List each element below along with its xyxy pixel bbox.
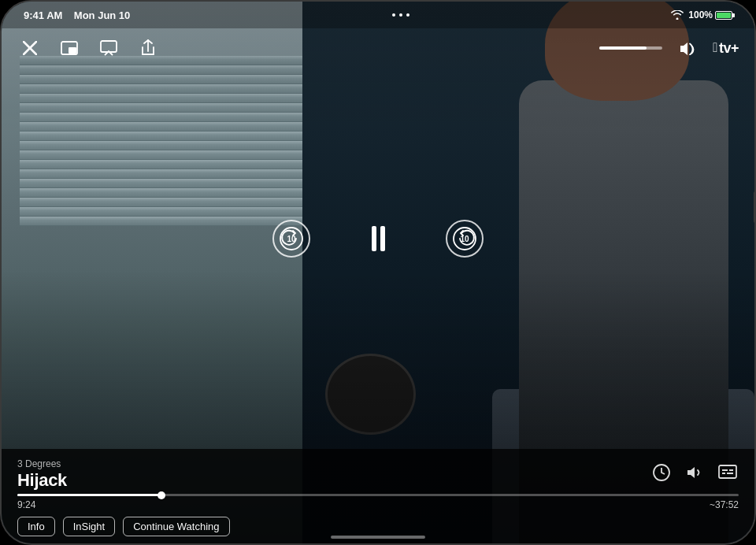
- home-indicator[interactable]: [331, 536, 425, 539]
- close-button[interactable]: [17, 35, 43, 61]
- time-row: 9:24 ~37:52: [17, 499, 739, 510]
- pause-button[interactable]: [358, 218, 398, 259]
- time-label: 9:41 AM: [24, 9, 62, 21]
- continue-watching-button[interactable]: Continue Watching: [123, 517, 229, 536]
- show-title-group: 3 Degrees Hijack: [17, 458, 67, 491]
- dot2: [399, 13, 402, 17]
- apple-symbol: : [713, 40, 717, 56]
- time-remaining: ~37:52: [710, 499, 739, 510]
- insight-button[interactable]: InSight: [63, 517, 115, 536]
- show-subtitle: 3 Degrees: [17, 458, 67, 469]
- status-bar: 9:41 AM Mon Jun 10 100%: [2, 2, 754, 28]
- top-left-controls: [17, 35, 161, 61]
- bottom-info: 3 Degrees Hijack: [2, 449, 754, 543]
- controls-overlay:  tv+ 10: [2, 28, 754, 449]
- progress-bar-fill: [17, 494, 161, 496]
- skip-back-label: 10: [287, 235, 295, 243]
- volume-fill: [599, 46, 647, 50]
- pause-icon: [372, 226, 385, 251]
- airplay-button[interactable]: [96, 35, 121, 61]
- action-buttons-row: Info InSight Continue Watching: [17, 517, 739, 536]
- pip-button[interactable]: [57, 35, 82, 61]
- volume-icon[interactable]: [675, 35, 700, 61]
- pause-bar-left: [372, 226, 376, 251]
- info-button[interactable]: Info: [17, 517, 55, 536]
- svg-rect-3: [69, 47, 76, 54]
- dot1: [392, 13, 395, 17]
- date-label: Mon Jun 10: [74, 9, 131, 21]
- center-controls: 10 10: [272, 218, 484, 259]
- apple-tv-logo:  tv+: [713, 40, 739, 57]
- skip-forward-button[interactable]: 10: [446, 220, 484, 258]
- skip-back-button[interactable]: 10: [272, 220, 310, 258]
- playback-speed-button[interactable]: [650, 462, 673, 484]
- audio-button[interactable]: [684, 462, 706, 484]
- battery-icon: [715, 11, 732, 20]
- tv-plus-text: tv+: [719, 40, 739, 57]
- progress-area[interactable]: [17, 494, 739, 496]
- top-controls:  tv+: [2, 28, 754, 68]
- volume-bar[interactable]: [599, 46, 662, 50]
- share-button[interactable]: [135, 35, 161, 61]
- progress-bar-track[interactable]: [17, 494, 739, 496]
- svg-rect-8: [719, 465, 736, 478]
- device-frame: 9:41 AM Mon Jun 10 100%: [0, 0, 756, 545]
- time-current: 9:24: [17, 499, 35, 510]
- right-controls-group: [650, 462, 739, 484]
- status-time: 9:41 AM Mon Jun 10: [24, 9, 130, 21]
- battery-percent: 100%: [688, 9, 713, 20]
- progress-dot[interactable]: [158, 491, 165, 499]
- show-info-row: 3 Degrees Hijack: [17, 458, 739, 491]
- top-right-controls:  tv+: [599, 35, 739, 61]
- wifi-icon: [671, 10, 684, 20]
- volume-area[interactable]: [599, 46, 662, 50]
- pause-bar-right: [380, 226, 385, 251]
- status-center: [392, 13, 410, 17]
- battery-fill: [717, 13, 731, 18]
- skip-forward-label: 10: [460, 235, 469, 243]
- battery-container: 100%: [688, 9, 732, 20]
- status-right: 100%: [671, 9, 732, 20]
- show-title: Hijack: [17, 470, 67, 491]
- subtitles-button[interactable]: [717, 462, 739, 484]
- dot3: [406, 13, 410, 17]
